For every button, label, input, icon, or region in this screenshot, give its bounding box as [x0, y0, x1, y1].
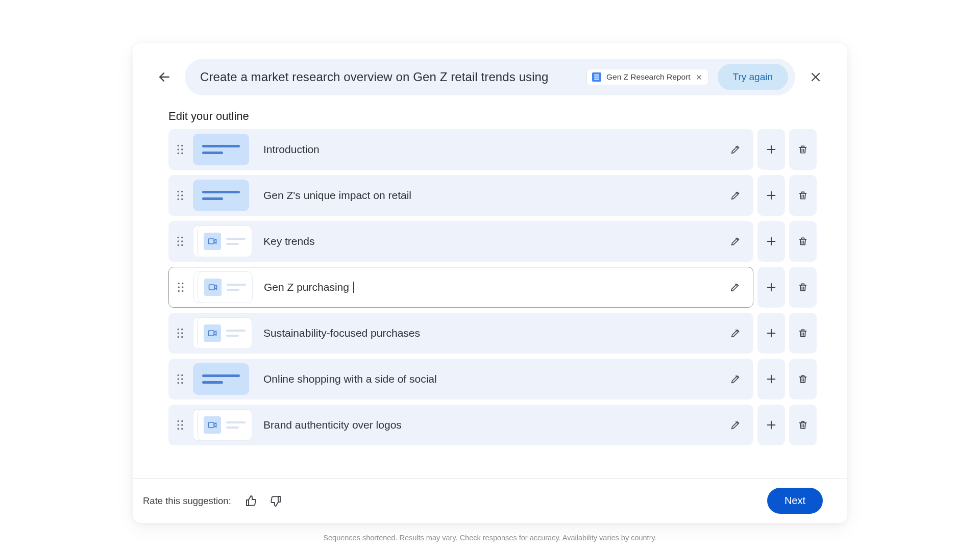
svg-point-59 — [181, 374, 183, 377]
trash-icon — [798, 328, 808, 339]
drag-handle[interactable] — [175, 420, 186, 430]
pencil-icon — [730, 236, 741, 247]
edit-slide-button[interactable] — [725, 144, 746, 155]
video-icon — [204, 279, 222, 296]
svg-point-9 — [178, 153, 180, 155]
svg-point-68 — [178, 420, 180, 422]
svg-point-26 — [181, 237, 183, 239]
edit-slide-button[interactable] — [725, 190, 746, 201]
delete-slide-button[interactable] — [789, 405, 817, 445]
outline-row: Online shopping with a side of social — [168, 359, 817, 399]
edit-slide-button[interactable] — [725, 373, 746, 385]
svg-rect-42 — [209, 285, 215, 290]
svg-point-10 — [181, 153, 183, 155]
plus-icon — [766, 144, 777, 155]
trash-icon — [798, 236, 808, 247]
outline-card[interactable]: Brand authenticity over logos — [168, 405, 753, 445]
outline-card[interactable]: Gen Z's unique impact on retail — [168, 175, 753, 216]
svg-point-27 — [178, 240, 180, 242]
back-button[interactable] — [155, 68, 174, 86]
thumbs-down-button[interactable] — [267, 492, 284, 510]
edit-slide-button[interactable] — [725, 236, 746, 247]
thumbs-up-icon — [245, 495, 257, 507]
drag-handle-icon — [177, 374, 184, 384]
delete-slide-button[interactable] — [789, 175, 817, 216]
outline-card[interactable]: Gen Z purchasing — [168, 267, 753, 308]
edit-slide-button[interactable] — [725, 328, 746, 339]
remove-doc-button[interactable] — [696, 73, 703, 81]
prompt-text: Create a market research overview on Gen… — [200, 70, 577, 84]
edit-slide-button[interactable] — [725, 419, 746, 431]
trash-icon — [798, 419, 808, 431]
svg-point-41 — [182, 290, 184, 292]
drag-handle[interactable] — [175, 328, 186, 338]
try-again-button[interactable]: Try again — [718, 64, 789, 90]
close-icon — [696, 74, 702, 81]
close-modal-button[interactable] — [806, 68, 825, 86]
pencil-icon — [729, 282, 741, 293]
plus-icon — [766, 373, 777, 385]
svg-point-69 — [181, 420, 183, 422]
add-slide-button[interactable] — [757, 129, 785, 170]
outline-row: Brand authenticity over logos — [168, 405, 817, 445]
outline-card[interactable]: Sustainability-focused purchases — [168, 313, 753, 354]
delete-slide-button[interactable] — [789, 267, 817, 308]
pencil-icon — [730, 419, 741, 431]
add-slide-button[interactable] — [757, 313, 785, 354]
add-slide-button[interactable] — [757, 221, 785, 262]
add-slide-button[interactable] — [757, 359, 785, 399]
drag-handle-icon — [177, 236, 184, 246]
modal-footer: Rate this suggestion: Next — [133, 478, 847, 523]
slide-thumbnail — [193, 363, 249, 395]
drag-handle[interactable] — [175, 282, 186, 292]
modal-header: Create a market research overview on Gen… — [133, 43, 847, 107]
add-slide-button[interactable] — [757, 175, 785, 216]
next-button[interactable]: Next — [767, 488, 823, 514]
delete-slide-button[interactable] — [789, 129, 817, 170]
svg-point-36 — [178, 283, 180, 285]
svg-point-49 — [178, 332, 180, 334]
outline-card[interactable]: Online shopping with a side of social — [168, 359, 753, 399]
slide-title: Introduction — [263, 143, 725, 156]
edit-slide-button[interactable] — [724, 282, 746, 293]
trash-icon — [798, 190, 808, 201]
svg-point-47 — [178, 329, 180, 331]
attached-doc-chip[interactable]: Gen Z Research Report — [586, 69, 708, 85]
delete-slide-button[interactable] — [789, 313, 817, 354]
disclaimer-text: Sequences shortened. Results may vary. C… — [0, 534, 980, 542]
svg-point-18 — [181, 194, 183, 196]
pencil-icon — [730, 373, 741, 385]
svg-point-40 — [178, 290, 180, 292]
svg-point-38 — [178, 286, 180, 288]
prompt-input-pill[interactable]: Create a market research overview on Gen… — [185, 59, 795, 95]
video-icon — [204, 416, 221, 434]
drag-handle-icon — [177, 144, 184, 155]
delete-slide-button[interactable] — [789, 359, 817, 399]
drag-handle[interactable] — [175, 190, 186, 201]
delete-slide-button[interactable] — [789, 221, 817, 262]
outline-card[interactable]: Introduction — [168, 129, 753, 170]
svg-point-72 — [178, 428, 180, 430]
svg-point-29 — [178, 244, 180, 246]
svg-point-51 — [178, 336, 180, 338]
drag-handle[interactable] — [175, 236, 186, 246]
outline-card[interactable]: Key trends — [168, 221, 753, 262]
thumbs-down-icon — [270, 495, 282, 507]
slide-title[interactable]: Gen Z purchasing — [264, 281, 724, 293]
pencil-icon — [730, 328, 741, 339]
doc-icon — [592, 72, 601, 82]
slide-thumbnail — [193, 180, 249, 211]
thumbs-up-button[interactable] — [242, 492, 260, 510]
section-title: Edit your outline — [133, 107, 847, 129]
drag-handle[interactable] — [175, 144, 186, 155]
svg-point-17 — [178, 194, 180, 196]
add-slide-button[interactable] — [757, 267, 785, 308]
svg-rect-53 — [209, 331, 214, 336]
plus-icon — [766, 328, 777, 339]
slide-thumbnail — [193, 409, 249, 441]
drag-handle[interactable] — [175, 374, 186, 384]
rate-label: Rate this suggestion: — [143, 495, 231, 507]
text-cursor — [353, 282, 354, 293]
add-slide-button[interactable] — [757, 405, 785, 445]
svg-point-6 — [181, 145, 183, 147]
